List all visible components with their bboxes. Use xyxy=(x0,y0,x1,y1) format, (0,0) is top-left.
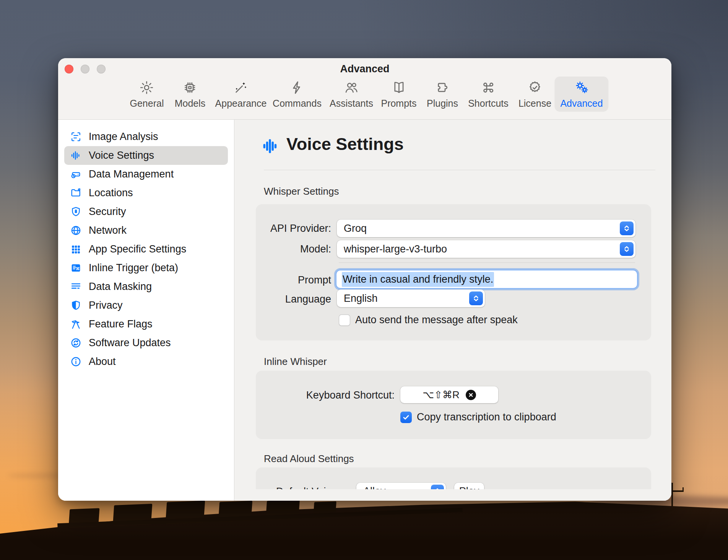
software-updates-icon xyxy=(70,337,82,349)
sidebar-item-label: Software Updates xyxy=(89,337,171,349)
sidebar-item-inline-trigger-beta[interactable]: Inline Trigger (beta) xyxy=(64,259,228,277)
network-globe-icon xyxy=(70,225,82,236)
whisper-settings-group: API Provider: Groq Model: whisper-large-… xyxy=(256,204,651,340)
toolbar-tab-label: Plugins xyxy=(427,98,458,109)
toolbar-tab-label: Assistants xyxy=(330,98,373,109)
command-key-icon xyxy=(481,80,496,97)
sidebar-item-data-management[interactable]: Data Management xyxy=(64,165,228,184)
prompt-input[interactable]: Write in casual and friendly style. xyxy=(336,270,638,289)
toolbar-tab-label: Models xyxy=(175,98,206,109)
toolbar-tab-advanced[interactable]: Advanced xyxy=(554,77,608,112)
settings-scroll-area[interactable]: Voice Settings Whisper Settings API Prov… xyxy=(234,120,671,501)
sidebar-item-voice-settings[interactable]: Voice Settings xyxy=(64,146,228,165)
toolbar-tab-label: Shortcuts xyxy=(468,98,509,109)
toolbar-tab-label: General xyxy=(130,98,164,109)
lightning-icon xyxy=(289,80,305,97)
prompt-label: Prompt xyxy=(256,274,331,286)
toolbar-tab-label: Appearance xyxy=(215,98,267,109)
sidebar-item-software-updates[interactable]: Software Updates xyxy=(64,334,228,352)
info-circle-icon xyxy=(70,356,82,368)
sidebar-item-security[interactable]: Security xyxy=(64,202,228,221)
copy-transcription-checkbox[interactable] xyxy=(400,412,412,423)
sidebar-item-feature-flags[interactable]: Feature Flags xyxy=(64,315,228,334)
api-provider-label: API Provider: xyxy=(256,223,331,234)
sidebar-item-label: Privacy xyxy=(89,300,123,311)
whisper-settings-label: Whisper Settings xyxy=(264,186,339,197)
stepper-icon xyxy=(469,291,483,305)
sidebar-item-label: Image Analysis xyxy=(89,131,158,143)
sidebar-item-data-masking[interactable]: Data Masking xyxy=(64,277,228,296)
window-title: Advanced xyxy=(58,63,671,75)
data-management-icon xyxy=(70,168,82,180)
keyboard-shortcut-value: ⌥⇧⌘R xyxy=(422,389,460,401)
sidebar-item-label: Network xyxy=(89,225,127,236)
security-shield-icon xyxy=(70,206,82,218)
sidebar-item-network[interactable]: Network xyxy=(64,221,228,240)
auto-send-checkbox[interactable] xyxy=(339,314,350,326)
inline-trigger-icon xyxy=(70,262,82,274)
feature-flags-icon xyxy=(70,318,82,330)
toolbar-tab-label: Prompts xyxy=(381,98,416,109)
sidebar-item-app-specific-settings[interactable]: App Specific Settings xyxy=(64,240,228,259)
model-select[interactable]: whisper-large-v3-turbo xyxy=(337,240,635,258)
sidebar-item-label: Voice Settings xyxy=(89,150,154,161)
prompt-selected-text: Write in casual and friendly style. xyxy=(342,272,494,287)
toolbar-tab-general[interactable]: General xyxy=(124,77,170,112)
settings-sidebar: Image AnalysisVoice SettingsData Managem… xyxy=(58,120,234,501)
sidebar-item-image-analysis[interactable]: Image Analysis xyxy=(64,127,228,146)
copy-transcription-label: Copy transcription to clipboard xyxy=(417,411,556,423)
language-value: English xyxy=(344,293,378,304)
sidebar-item-label: Data Masking xyxy=(89,281,152,293)
traffic-lights xyxy=(65,65,106,73)
auto-send-row: Auto send the message after speak xyxy=(339,314,518,326)
image-analysis-icon xyxy=(70,131,82,143)
clear-shortcut-icon[interactable] xyxy=(466,390,476,400)
toolbar-tab-label: Commands xyxy=(273,98,322,109)
toolbar-tab-license[interactable]: License xyxy=(513,77,557,112)
puzzle-icon xyxy=(435,80,450,97)
language-select[interactable]: English xyxy=(337,290,485,307)
gear-icon xyxy=(139,80,154,97)
cloud xyxy=(8,474,65,478)
sidebar-item-about[interactable]: About xyxy=(64,352,228,371)
sidebar-item-label: Security xyxy=(89,206,126,218)
double-gears-icon xyxy=(574,80,589,97)
sidebar-item-locations[interactable]: Locations xyxy=(64,184,228,202)
model-value: whisper-large-v3-turbo xyxy=(344,243,447,255)
divider xyxy=(339,262,635,263)
stepper-icon xyxy=(620,221,634,235)
copy-transcription-row: Copy transcription to clipboard xyxy=(400,411,556,423)
auto-send-label: Auto send the message after speak xyxy=(355,314,518,326)
read-aloud-label: Read Aloud Settings xyxy=(264,453,354,465)
locations-folder-icon xyxy=(70,187,82,199)
settings-window: Advanced GeneralModelsAppearanceCommands… xyxy=(58,58,671,501)
inline-whisper-label: Inline Whisper xyxy=(264,356,327,368)
chip-icon xyxy=(182,80,198,97)
data-masking-icon xyxy=(70,281,82,293)
toolbar-tab-appearance[interactable]: Appearance xyxy=(210,77,273,112)
toolbar-tab-commands[interactable]: Commands xyxy=(267,77,327,112)
model-label: Model: xyxy=(256,243,331,255)
keyboard-shortcut-field[interactable]: ⌥⇧⌘R xyxy=(400,386,498,403)
minimize-button[interactable] xyxy=(81,65,89,73)
api-provider-value: Groq xyxy=(344,223,367,234)
waveform-icon xyxy=(70,150,82,161)
toolbar-tab-prompts[interactable]: Prompts xyxy=(375,77,422,112)
stepper-icon xyxy=(620,242,634,256)
toolbar-tab-plugins[interactable]: Plugins xyxy=(421,77,464,112)
toolbar-tab-shortcuts[interactable]: Shortcuts xyxy=(462,77,514,112)
sidebar-item-label: Feature Flags xyxy=(89,318,153,330)
license-badge-icon xyxy=(527,80,543,97)
sidebar-item-label: App Specific Settings xyxy=(89,243,186,255)
zoom-button[interactable] xyxy=(97,65,106,73)
api-provider-select[interactable]: Groq xyxy=(337,220,635,237)
close-button[interactable] xyxy=(65,65,73,73)
waveform-icon xyxy=(261,137,280,157)
toolbar-tab-label: Advanced xyxy=(560,98,603,109)
keyboard-shortcut-label: Keyboard Shortcut: xyxy=(256,389,395,401)
toolbar-tab-label: License xyxy=(518,98,551,109)
sidebar-item-privacy[interactable]: Privacy xyxy=(64,296,228,315)
window-toolbar: Advanced GeneralModelsAppearanceCommands… xyxy=(58,58,671,120)
toolbar-tab-assistants[interactable]: Assistants xyxy=(324,77,379,112)
toolbar-tab-models[interactable]: Models xyxy=(169,77,211,112)
